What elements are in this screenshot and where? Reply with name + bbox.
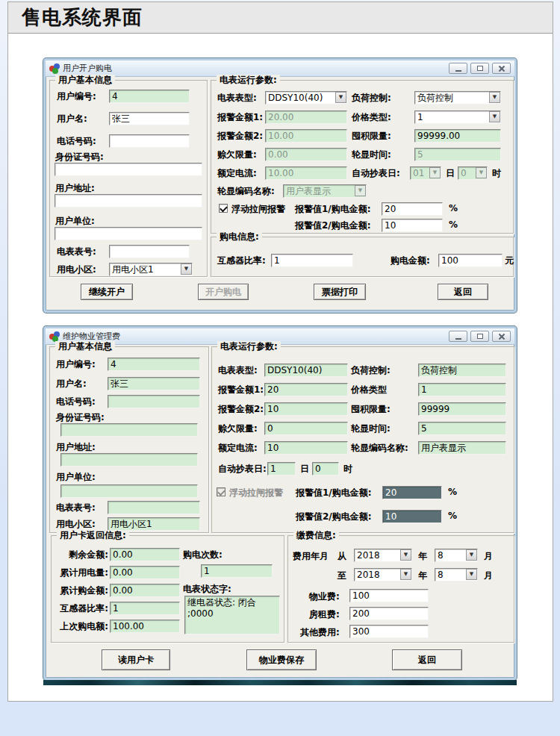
credit-limit-label: 赊欠限量: [218, 422, 258, 434]
ct-ratio-field[interactable]: 1 [271, 254, 353, 267]
minimize-icon [455, 70, 461, 72]
load-control-select[interactable]: 负荷控制 ▼ [414, 91, 501, 105]
other-fee-field[interactable]: 300 [349, 625, 429, 638]
unit-label: 用户单位: [55, 215, 95, 227]
rated-current-field: 10 [264, 441, 348, 455]
price-type-label: 价格类型 [351, 384, 387, 396]
close-button[interactable] [492, 331, 511, 342]
float-alarm-checkbox[interactable] [219, 204, 228, 213]
meter-type-field: DDSY10(40) [264, 364, 348, 377]
id-card-field [60, 423, 198, 437]
maximize-icon [477, 66, 483, 71]
unit-field[interactable] [55, 227, 202, 240]
phone-field [108, 395, 200, 408]
close-button[interactable] [492, 63, 511, 74]
alarm2-field: 10 [264, 402, 348, 416]
id-card-label: 身份证号码: [56, 411, 105, 423]
group-user-info: 用户基本信息 用户编号: 4 用户名: 张三 电话号码: 身份证号码: 用户地址… [49, 346, 209, 533]
from-year-select[interactable]: 2018 ▼ [354, 549, 412, 562]
meter-status-label: 电表状态字: [183, 583, 231, 595]
rent-fee-label: 房租费: [309, 608, 340, 620]
alarm1-label: 报警金额1: [217, 111, 263, 123]
ratio1-unit: % [448, 487, 457, 497]
continue-open-button[interactable]: 继续开户 [81, 284, 133, 300]
district-select[interactable]: 用电小区1 ▼ [109, 263, 193, 276]
dropdown-arrow-icon[interactable]: ▼ [489, 92, 500, 103]
window1-title: 用户开户购电 [63, 61, 446, 76]
unit-label: 用户单位: [56, 471, 96, 483]
float-alarm-label: 浮动拉闸报警 [229, 487, 283, 499]
day-unit-label: 日 [446, 167, 455, 179]
rent-fee-field[interactable]: 200 [349, 607, 429, 620]
last-purchase-field: 100.00 [110, 620, 180, 633]
purchase-amount-field[interactable]: 100 [438, 254, 503, 267]
meter-no-field[interactable] [109, 245, 190, 258]
dropdown-arrow-icon[interactable]: ▼ [335, 92, 346, 103]
meter-type-label: 电表表型: [217, 92, 257, 104]
save-property-fee-button[interactable]: 物业费保存 [246, 649, 317, 670]
from-month-value: 8 [438, 550, 444, 561]
property-fee-field[interactable]: 100 [349, 589, 429, 602]
meter-type-select[interactable]: DDSY10(40) ▼ [265, 91, 347, 105]
back-button[interactable]: 返回 [438, 284, 488, 300]
print-receipt-button[interactable]: 票据打印 [314, 284, 366, 300]
dropdown-arrow-icon[interactable]: ▼ [400, 569, 411, 580]
maximize-button[interactable] [470, 331, 489, 342]
group-meter-params: 电表运行参数: 电表表型: DDSY10(40) ▼ 负荷控制: 负荷控制 ▼ … [211, 80, 514, 234]
property-fee-label: 物业费: [309, 590, 340, 602]
minimize-button[interactable] [449, 331, 467, 342]
read-card-button[interactable]: 读用户卡 [102, 649, 170, 670]
ratio2-field[interactable]: 10 [382, 219, 443, 232]
dropdown-arrow-icon[interactable]: ▼ [466, 569, 477, 580]
day-unit-label: 日 [300, 463, 309, 475]
phone-field[interactable] [109, 134, 190, 148]
window-property-fee: 维护物业管理费 用户基本信息 用户编号: 4 用户名: 张三 电话号码: 身份证… [43, 326, 517, 680]
load-control-field: 负荷控制 [418, 364, 506, 377]
auto-read-label: 自动抄表日: [218, 463, 267, 475]
app-icon [49, 63, 60, 74]
price-type-select[interactable]: 1 ▼ [414, 110, 501, 124]
to-year-select[interactable]: 2018 ▼ [354, 568, 412, 581]
total-amount-field: 0.00 [110, 584, 180, 597]
dropdown-arrow-icon[interactable]: ▼ [489, 111, 500, 122]
to-month-select[interactable]: 8 ▼ [435, 568, 478, 581]
cycle-time-field: 5 [418, 422, 506, 435]
minimize-button[interactable] [449, 63, 467, 74]
dropdown-arrow-icon[interactable]: ▼ [466, 549, 477, 561]
cycle-code-field: 用户表显示 [418, 441, 506, 455]
page-header: 售电系统界面 [8, 2, 553, 34]
user-name-field[interactable]: 张三 [109, 112, 190, 125]
auto-read-day-value: 01 [413, 168, 424, 178]
hoard-limit-label: 囤积限量: [351, 403, 391, 415]
address-label: 用户地址: [55, 182, 95, 194]
total-usage-field: 0.00 [110, 566, 180, 579]
auto-read-hour-value: 0 [461, 168, 467, 178]
price-type-value: 1 [417, 112, 423, 122]
credit-limit-field: 0 [264, 422, 348, 435]
ct-ratio-label: 互感器比率: [217, 255, 266, 266]
to-label: 至 [337, 570, 346, 581]
from-year-value: 2018 [357, 550, 380, 561]
address-field[interactable] [55, 194, 202, 208]
to-year-value: 2018 [357, 570, 380, 580]
cycle-code-label: 轮显编码名称: [217, 185, 275, 197]
ratio1-field[interactable]: 20 [382, 202, 443, 216]
dropdown-arrow-icon: ▼ [355, 185, 366, 196]
cycle-time-label: 轮显时间: [351, 422, 391, 434]
hour-unit-label: 时 [343, 463, 352, 475]
window-open-account: 用户开户购电 用户基本信息 用户编号: 4 用户名: 张三 电话号码: 身份证号… [43, 58, 517, 313]
from-month-select[interactable]: 8 ▼ [435, 549, 478, 562]
window1-titlebar: 用户开户购电 [46, 60, 514, 77]
dropdown-arrow-icon[interactable]: ▼ [400, 549, 411, 561]
credit-limit-label: 赊欠限量: [217, 149, 257, 160]
hoard-limit-label: 囤积限量: [352, 130, 391, 142]
id-card-field[interactable] [55, 163, 202, 176]
rated-current-label: 额定电流: [218, 442, 258, 454]
maximize-button[interactable] [470, 63, 489, 74]
dropdown-arrow-icon[interactable]: ▼ [181, 263, 192, 275]
ratio1-unit: % [449, 203, 458, 213]
auto-read-hour-select: 0 ▼ [458, 166, 488, 180]
back-button[interactable]: 返回 [392, 649, 462, 670]
alarm2-field: 10.00 [265, 129, 347, 143]
alarm1-field: 20 [264, 383, 348, 396]
